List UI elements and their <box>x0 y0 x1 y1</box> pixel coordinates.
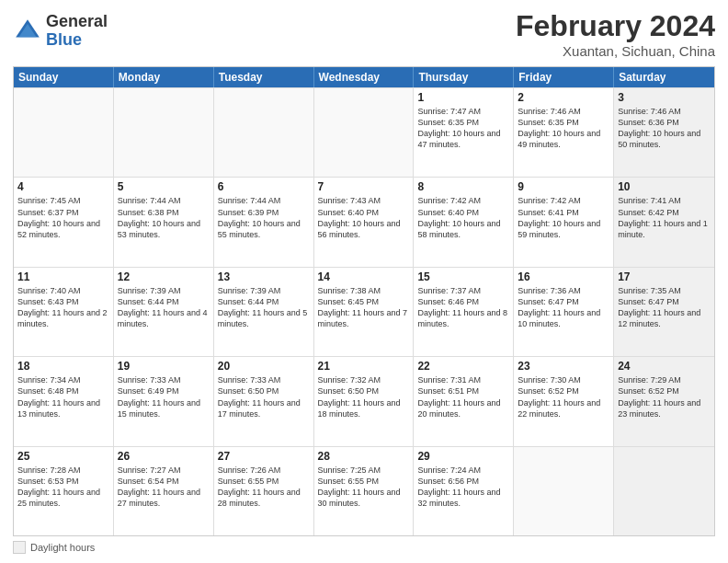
title-block: February 2024 Xuantan, Sichuan, China <box>516 9 715 59</box>
day-number: 18 <box>17 360 109 373</box>
cell-info: Sunrise: 7:32 AMSunset: 6:50 PMDaylight:… <box>318 374 410 419</box>
cal-header-day: Wednesday <box>314 67 415 87</box>
cal-header-day: Friday <box>514 67 614 87</box>
cell-info: Sunrise: 7:26 AMSunset: 6:55 PMDaylight:… <box>218 465 310 510</box>
cell-info: Sunrise: 7:41 AMSunset: 6:42 PMDaylight:… <box>618 195 711 240</box>
cal-header-day: Sunday <box>14 67 114 87</box>
cell-info: Sunrise: 7:27 AMSunset: 6:54 PMDaylight:… <box>118 465 210 510</box>
cal-cell: 2Sunrise: 7:46 AMSunset: 6:35 PMDaylight… <box>514 88 614 177</box>
day-number: 7 <box>318 180 410 193</box>
cal-header-day: Monday <box>114 67 214 87</box>
cal-row: 1Sunrise: 7:47 AMSunset: 6:35 PMDaylight… <box>14 87 714 177</box>
day-number: 19 <box>118 360 210 373</box>
page: General Blue February 2024 Xuantan, Sich… <box>0 0 728 563</box>
cal-cell: 15Sunrise: 7:37 AMSunset: 6:46 PMDayligh… <box>414 268 514 356</box>
day-number: 26 <box>118 450 210 463</box>
cal-cell: 27Sunrise: 7:26 AMSunset: 6:55 PMDayligh… <box>214 447 314 535</box>
day-number: 17 <box>618 270 711 283</box>
cal-cell: 22Sunrise: 7:31 AMSunset: 6:51 PMDayligh… <box>414 357 514 445</box>
cal-cell: 4Sunrise: 7:45 AMSunset: 6:37 PMDaylight… <box>14 178 114 266</box>
day-number: 2 <box>518 91 609 104</box>
header: General Blue February 2024 Xuantan, Sich… <box>13 9 715 59</box>
cell-info: Sunrise: 7:44 AMSunset: 6:38 PMDaylight:… <box>118 195 210 240</box>
day-number: 3 <box>618 91 711 104</box>
footer: Daylight hours <box>13 541 715 554</box>
calendar: SundayMondayTuesdayWednesdayThursdayFrid… <box>13 66 715 536</box>
cell-info: Sunrise: 7:46 AMSunset: 6:36 PMDaylight:… <box>618 106 711 151</box>
cal-cell: 10Sunrise: 7:41 AMSunset: 6:42 PMDayligh… <box>614 178 714 266</box>
day-number: 24 <box>618 360 711 373</box>
cal-cell: 13Sunrise: 7:39 AMSunset: 6:44 PMDayligh… <box>214 268 314 356</box>
logo: General Blue <box>13 13 108 50</box>
cal-cell: 19Sunrise: 7:33 AMSunset: 6:49 PMDayligh… <box>114 357 214 445</box>
cell-info: Sunrise: 7:45 AMSunset: 6:37 PMDaylight:… <box>17 195 109 240</box>
cell-info: Sunrise: 7:44 AMSunset: 6:39 PMDaylight:… <box>218 195 310 240</box>
day-number: 25 <box>17 450 109 463</box>
day-number: 29 <box>417 450 509 463</box>
cal-cell: 24Sunrise: 7:29 AMSunset: 6:52 PMDayligh… <box>614 357 714 445</box>
day-number: 20 <box>218 360 310 373</box>
cal-cell: 28Sunrise: 7:25 AMSunset: 6:55 PMDayligh… <box>314 447 415 535</box>
cal-cell <box>614 447 714 535</box>
day-number: 15 <box>417 270 509 283</box>
cal-row: 4Sunrise: 7:45 AMSunset: 6:37 PMDaylight… <box>14 177 714 266</box>
logo-icon <box>13 17 42 46</box>
cal-cell <box>314 88 415 177</box>
cell-info: Sunrise: 7:37 AMSunset: 6:46 PMDaylight:… <box>417 285 509 330</box>
legend-label: Daylight hours <box>30 542 95 553</box>
cal-cell: 6Sunrise: 7:44 AMSunset: 6:39 PMDaylight… <box>214 178 314 266</box>
day-number: 13 <box>218 270 310 283</box>
day-number: 12 <box>118 270 210 283</box>
cal-cell: 1Sunrise: 7:47 AMSunset: 6:35 PMDaylight… <box>414 88 514 177</box>
cal-row: 25Sunrise: 7:28 AMSunset: 6:53 PMDayligh… <box>14 446 714 535</box>
day-number: 27 <box>218 450 310 463</box>
day-number: 8 <box>417 180 509 193</box>
day-number: 16 <box>518 270 609 283</box>
cal-header-day: Thursday <box>414 67 514 87</box>
cell-info: Sunrise: 7:24 AMSunset: 6:56 PMDaylight:… <box>417 465 509 510</box>
cell-info: Sunrise: 7:36 AMSunset: 6:47 PMDaylight:… <box>518 285 609 330</box>
cell-info: Sunrise: 7:42 AMSunset: 6:40 PMDaylight:… <box>417 195 509 240</box>
cal-cell: 25Sunrise: 7:28 AMSunset: 6:53 PMDayligh… <box>14 447 114 535</box>
title-month: February 2024 <box>516 9 715 43</box>
cal-cell: 9Sunrise: 7:42 AMSunset: 6:41 PMDaylight… <box>514 178 614 266</box>
day-number: 1 <box>417 91 509 104</box>
cal-cell: 20Sunrise: 7:33 AMSunset: 6:50 PMDayligh… <box>214 357 314 445</box>
cell-info: Sunrise: 7:33 AMSunset: 6:50 PMDaylight:… <box>218 374 310 419</box>
day-number: 22 <box>417 360 509 373</box>
day-number: 4 <box>17 180 109 193</box>
cell-info: Sunrise: 7:30 AMSunset: 6:52 PMDaylight:… <box>518 374 609 419</box>
cell-info: Sunrise: 7:29 AMSunset: 6:52 PMDaylight:… <box>618 374 711 419</box>
cell-info: Sunrise: 7:28 AMSunset: 6:53 PMDaylight:… <box>17 465 109 510</box>
cal-cell: 29Sunrise: 7:24 AMSunset: 6:56 PMDayligh… <box>414 447 514 535</box>
day-number: 6 <box>218 180 310 193</box>
cell-info: Sunrise: 7:40 AMSunset: 6:43 PMDaylight:… <box>17 285 109 330</box>
calendar-header: SundayMondayTuesdayWednesdayThursdayFrid… <box>14 67 714 87</box>
cell-info: Sunrise: 7:25 AMSunset: 6:55 PMDaylight:… <box>318 465 410 510</box>
cell-info: Sunrise: 7:33 AMSunset: 6:49 PMDaylight:… <box>118 374 210 419</box>
cal-cell: 17Sunrise: 7:35 AMSunset: 6:47 PMDayligh… <box>614 268 714 356</box>
logo-general: General <box>46 13 108 31</box>
cal-row: 18Sunrise: 7:34 AMSunset: 6:48 PMDayligh… <box>14 356 714 445</box>
day-number: 23 <box>518 360 609 373</box>
cal-cell <box>214 88 314 177</box>
cell-info: Sunrise: 7:39 AMSunset: 6:44 PMDaylight:… <box>118 285 210 330</box>
logo-text: General Blue <box>46 13 108 50</box>
cal-header-day: Saturday <box>614 67 714 87</box>
title-location: Xuantan, Sichuan, China <box>516 43 715 59</box>
cell-info: Sunrise: 7:31 AMSunset: 6:51 PMDaylight:… <box>417 374 509 419</box>
cell-info: Sunrise: 7:42 AMSunset: 6:41 PMDaylight:… <box>518 195 609 240</box>
cal-cell: 5Sunrise: 7:44 AMSunset: 6:38 PMDaylight… <box>114 178 214 266</box>
cal-cell: 18Sunrise: 7:34 AMSunset: 6:48 PMDayligh… <box>14 357 114 445</box>
day-number: 10 <box>618 180 711 193</box>
cell-info: Sunrise: 7:43 AMSunset: 6:40 PMDaylight:… <box>318 195 410 240</box>
logo-blue: Blue <box>46 31 108 50</box>
cal-cell: 23Sunrise: 7:30 AMSunset: 6:52 PMDayligh… <box>514 357 614 445</box>
day-number: 28 <box>318 450 410 463</box>
cal-cell: 11Sunrise: 7:40 AMSunset: 6:43 PMDayligh… <box>14 268 114 356</box>
cal-cell: 8Sunrise: 7:42 AMSunset: 6:40 PMDaylight… <box>414 178 514 266</box>
cal-row: 11Sunrise: 7:40 AMSunset: 6:43 PMDayligh… <box>14 267 714 356</box>
cal-cell <box>14 88 114 177</box>
cell-info: Sunrise: 7:46 AMSunset: 6:35 PMDaylight:… <box>518 106 609 151</box>
cal-cell: 21Sunrise: 7:32 AMSunset: 6:50 PMDayligh… <box>314 357 415 445</box>
